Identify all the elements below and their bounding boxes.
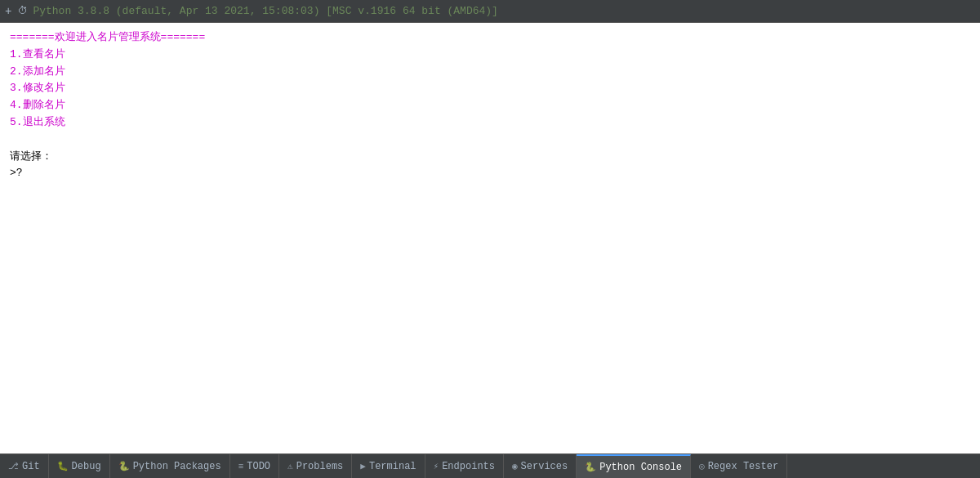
tab-endpoints[interactable]: ⚡Endpoints — [425, 454, 504, 478]
tab-terminal[interactable]: ▶Terminal — [352, 454, 425, 478]
terminal-label: Terminal — [369, 461, 416, 472]
python-packages-label: Python Packages — [133, 461, 221, 472]
debug-icon: 🐛 — [57, 461, 69, 471]
tab-python-packages[interactable]: 🐍Python Packages — [110, 454, 230, 478]
endpoints-label: Endpoints — [442, 461, 495, 472]
python-console-icon: 🐍 — [585, 462, 596, 472]
clock-icon: ⏱ — [18, 5, 28, 17]
console-line: 4.删除名片 — [10, 97, 970, 114]
console-line: 2.添加名片 — [10, 64, 970, 81]
git-label: Git — [22, 461, 40, 472]
git-icon: ⎇ — [8, 461, 19, 471]
regex-tester-label: Regex Tester — [708, 461, 778, 472]
services-icon: ◉ — [512, 461, 518, 471]
python-version-text: Python 3.8.8 (default, Apr 13 2021, 15:0… — [33, 5, 498, 17]
tab-debug[interactable]: 🐛Debug — [49, 454, 110, 478]
tab-todo[interactable]: ≡TODO — [230, 454, 279, 478]
top-bar: + ⏱ Python 3.8.8 (default, Apr 13 2021, … — [0, 0, 980, 23]
tab-git[interactable]: ⎇Git — [0, 454, 49, 478]
console-line — [10, 132, 970, 149]
debug-label: Debug — [72, 461, 101, 472]
console-line: 1.查看名片 — [10, 47, 970, 64]
tab-services[interactable]: ◉Services — [504, 454, 577, 478]
problems-label: Problems — [296, 461, 344, 472]
tab-regex-tester[interactable]: ◎Regex Tester — [691, 454, 787, 478]
console-line: =======欢迎进入名片管理系统======= — [10, 29, 970, 47]
console-line: 5.退出系统 — [10, 114, 970, 132]
bottom-tab-bar: ⎇Git🐛Debug🐍Python Packages≡TODO⚠Problems… — [0, 453, 980, 478]
endpoints-icon: ⚡ — [434, 461, 439, 471]
console-line: 请选择： — [10, 149, 970, 166]
services-label: Services — [521, 461, 568, 472]
tab-python-console[interactable]: 🐍Python Console — [577, 454, 691, 478]
problems-icon: ⚠ — [287, 461, 293, 471]
add-console-button[interactable]: + — [5, 5, 11, 18]
tab-problems[interactable]: ⚠Problems — [279, 454, 352, 478]
regex-tester-icon: ◎ — [699, 461, 705, 471]
console-output: =======欢迎进入名片管理系统=======1.查看名片2.添加名片3.修改… — [0, 23, 980, 453]
console-line: >? — [10, 165, 970, 182]
console-line: 3.修改名片 — [10, 80, 970, 97]
terminal-icon: ▶ — [360, 461, 366, 471]
python-packages-icon: 🐍 — [118, 461, 130, 471]
todo-icon: ≡ — [238, 462, 244, 471]
python-console-label: Python Console — [599, 462, 682, 473]
todo-label: TODO — [247, 461, 270, 472]
